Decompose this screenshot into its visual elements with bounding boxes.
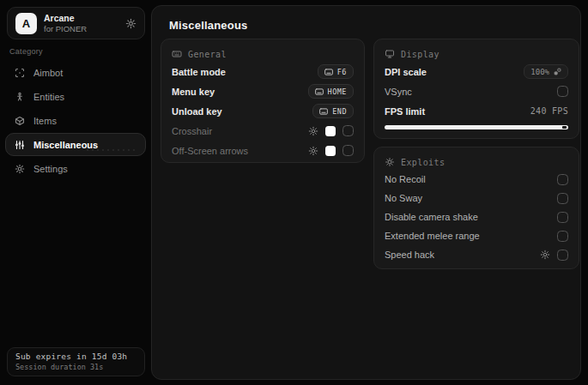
menu-key-label: Menu key (172, 87, 215, 97)
crosshair-settings-gear-icon[interactable] (308, 126, 318, 136)
person-icon (15, 92, 25, 102)
speed-hack-row: Speed hack (385, 245, 568, 264)
scale-icon (554, 68, 561, 75)
offscreen-arrows-label: Off-Screen arrows (172, 146, 248, 156)
sidebar-item-entities[interactable]: Entities (5, 85, 146, 108)
extended-melee-range-label: Extended melee range (385, 231, 480, 241)
offscreen-settings-gear-icon[interactable] (308, 146, 318, 156)
exploits-card-title: Exploits (401, 158, 445, 167)
no-sway-checkbox[interactable] (557, 193, 568, 204)
package-box-icon (15, 116, 25, 126)
unload-keybind[interactable]: END (312, 104, 354, 118)
no-sway-label: No Sway (385, 193, 422, 203)
app-window: A Arcane for PIONER Category Aimbot (0, 0, 588, 385)
app-logo: A (15, 13, 37, 34)
sliders-icon (15, 140, 25, 150)
crosshair-checkbox[interactable] (342, 125, 354, 136)
dpi-scale-value: 100% (530, 68, 549, 76)
crosshair-color-swatch[interactable] (325, 126, 336, 136)
sidebar-item-label: Settings (33, 164, 68, 174)
sidebar-item-settings[interactable]: Settings (5, 157, 146, 180)
slider-knob[interactable] (562, 126, 567, 129)
dpi-scale-label: DPI scale (385, 67, 427, 77)
app-subtitle: for PIONER (44, 24, 87, 34)
app-titles: Arcane for PIONER (44, 13, 87, 34)
display-card-title: Display (401, 50, 439, 59)
offscreen-checkbox[interactable] (342, 145, 354, 156)
battle-mode-label: Battle mode (172, 67, 226, 77)
speed-hack-settings-gear-icon[interactable] (540, 250, 550, 260)
battle-mode-row: Battle mode F6 (172, 62, 354, 81)
no-recoil-checkbox[interactable] (557, 174, 568, 185)
dots-decoration (85, 147, 138, 153)
keyboard-icon (319, 108, 328, 115)
fps-limit-value: 240 FPS (530, 106, 568, 116)
crosshair-label: Crosshair (172, 126, 212, 136)
app-header-card: A Arcane for PIONER (7, 7, 145, 39)
no-recoil-row: No Recoil (385, 170, 568, 189)
general-card: General Battle mode F6 Menu key HOME (161, 39, 365, 163)
subscription-card: Sub expires in 15d 03h Session duration … (7, 347, 145, 376)
category-label: Category (9, 47, 43, 56)
crosshair-row: Crosshair (172, 121, 354, 141)
menu-key-row: Menu key HOME (172, 81, 354, 101)
dpi-scale-badge[interactable]: 100% (524, 64, 568, 79)
sidebar-item-label: Aimbot (33, 68, 63, 78)
display-card: Display DPI scale 100% VSync FPS limit 2… (373, 39, 579, 139)
bug-icon (385, 157, 395, 167)
app-name: Arcane (44, 13, 87, 24)
no-recoil-label: No Recoil (385, 174, 426, 184)
fps-limit-slider[interactable] (385, 125, 568, 129)
menu-keybind[interactable]: HOME (308, 84, 354, 99)
fps-limit-row: FPS limit 240 FPS (385, 101, 568, 121)
monitor-icon (385, 49, 395, 59)
extended-melee-range-checkbox[interactable] (557, 231, 568, 242)
keybind-text: HOME (328, 87, 347, 96)
exploits-card-header: Exploits (385, 154, 568, 170)
general-card-header: General (172, 46, 354, 62)
display-card-header: Display (385, 46, 568, 62)
crosshair-scan-icon (15, 68, 25, 78)
battle-mode-keybind[interactable]: F6 (318, 64, 354, 79)
offscreen-arrows-row: Off-Screen arrows (172, 141, 354, 160)
gear-icon (15, 164, 25, 174)
disable-camera-shake-checkbox[interactable] (557, 212, 568, 223)
page-title: Miscellaneous (169, 19, 247, 32)
unload-key-label: Unload key (172, 106, 222, 117)
disable-camera-shake-row: Disable camera shake (385, 208, 568, 226)
fps-limit-label: FPS limit (385, 106, 425, 117)
keyboard-icon (172, 49, 182, 59)
sidebar-item-aimbot[interactable]: Aimbot (5, 61, 146, 84)
extended-melee-range-row: Extended melee range (385, 226, 568, 245)
keybind-text: F6 (337, 68, 347, 76)
sidebar-item-label: Entities (33, 92, 64, 102)
no-sway-row: No Sway (385, 189, 568, 208)
vsync-row: VSync (385, 81, 568, 101)
speed-hack-checkbox[interactable] (557, 250, 568, 261)
general-card-title: General (188, 50, 227, 59)
header-gear-icon[interactable] (125, 18, 136, 29)
keyboard-icon (324, 69, 333, 75)
vsync-label: VSync (385, 87, 412, 97)
dpi-scale-row: DPI scale 100% (385, 62, 568, 81)
speed-hack-label: Speed hack (385, 250, 434, 260)
offscreen-color-swatch[interactable] (325, 146, 336, 156)
vsync-checkbox[interactable] (557, 86, 568, 97)
sidebar: A Arcane for PIONER Category Aimbot (0, 0, 151, 385)
keyboard-icon (315, 88, 324, 95)
sidebar-item-label: Items (33, 116, 57, 126)
main-panel: Miscellaneous General Battle mode F6 M (151, 5, 581, 380)
unload-key-row: Unload key END (172, 101, 354, 121)
sidebar-item-miscellaneous[interactable]: Miscellaneous (5, 133, 146, 156)
exploits-card: Exploits No Recoil No Sway Disable camer… (373, 147, 579, 269)
sidebar-nav: Aimbot Entities Items Miscellaneous (0, 61, 151, 181)
disable-camera-shake-label: Disable camera shake (385, 212, 478, 222)
sub-expiry-text: Sub expires in 15d 03h (15, 352, 136, 361)
sidebar-item-items[interactable]: Items (5, 109, 146, 132)
keybind-text: END (332, 107, 347, 116)
session-duration-text: Session duration 31s (15, 363, 136, 371)
